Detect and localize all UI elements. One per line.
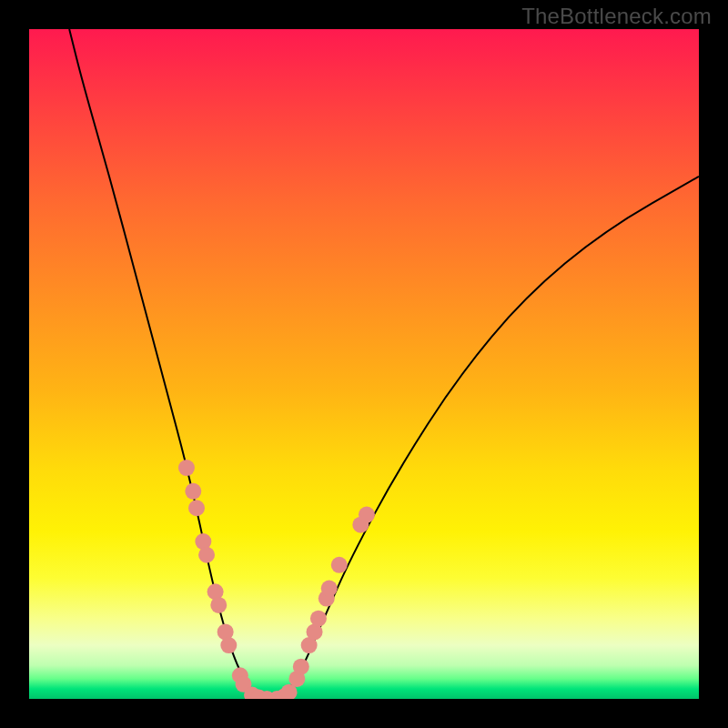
- marker-group: [178, 460, 375, 699]
- outer-frame: TheBottleneck.com: [0, 0, 728, 728]
- data-marker: [198, 547, 215, 563]
- curve-group: [69, 29, 699, 699]
- data-marker: [188, 500, 205, 516]
- data-marker: [359, 507, 375, 523]
- data-marker: [185, 483, 201, 500]
- data-marker: [310, 611, 327, 627]
- plot-area: [29, 29, 699, 699]
- curve-right-curve: [277, 177, 699, 699]
- chart-svg: [29, 29, 699, 699]
- data-marker: [220, 637, 237, 653]
- data-marker: [178, 460, 195, 476]
- watermark-text: TheBottleneck.com: [521, 4, 712, 29]
- data-marker: [321, 581, 338, 597]
- data-marker: [293, 659, 309, 675]
- data-marker: [210, 597, 227, 613]
- curve-left-curve: [69, 29, 263, 699]
- data-marker: [331, 557, 348, 573]
